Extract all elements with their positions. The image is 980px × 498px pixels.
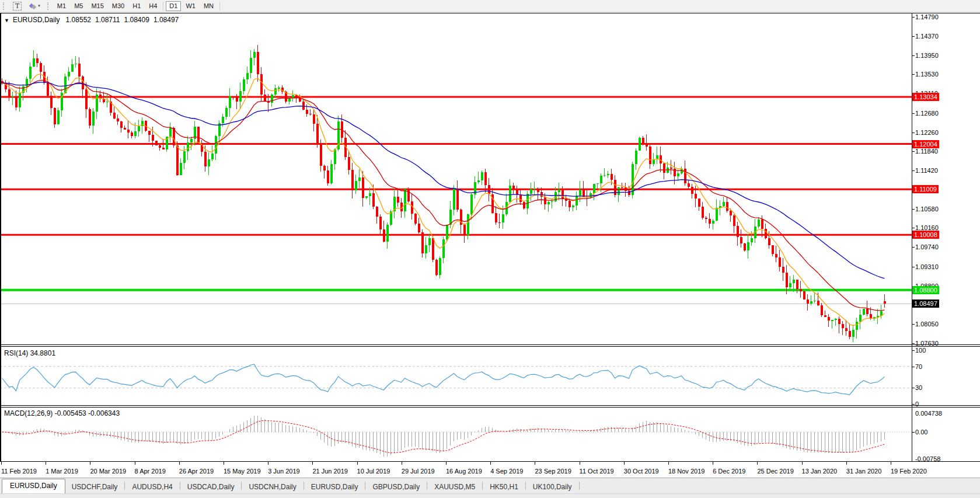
chart-tab-XAUUSD-M5[interactable]: XAUUSD,M5 [428, 481, 482, 493]
tab-separator [482, 482, 483, 490]
text-tool-icon: T [13, 2, 22, 11]
price-axis-label: 1.14370 [915, 32, 939, 40]
tab-separator [241, 482, 242, 490]
price-axis-label: 1.14790 [915, 13, 939, 21]
mt4-window: T ▾ M1M5M15M30H1H4D1W1MN ▼EURUSD,Daily1.… [0, 0, 980, 498]
level-price-badge: 1.08800 [912, 286, 939, 294]
price-axis-label: 1.13950 [915, 51, 939, 60]
chart-collapse-icon[interactable]: ▼ [4, 18, 9, 23]
tab-separator [365, 482, 365, 490]
toolbar-separator [163, 2, 163, 11]
date-label: 25 Dec 2019 [757, 468, 793, 475]
date-label: 4 Sep 2019 [490, 468, 523, 475]
toolbar-group-handle[interactable] [47, 2, 51, 10]
rsi-axis-label: 70 [915, 363, 922, 371]
rsi-axis-label: 100 [915, 346, 926, 354]
chart-tab-AUDUSD-H4[interactable]: AUDUSD,H4 [125, 481, 179, 493]
rsi-indicator-label: RSI(14) 34.8801 [4, 349, 55, 357]
toolbar-separator [219, 2, 220, 11]
macd-indicator-label: MACD(12,26,9) -0.005453 -0.006343 [4, 409, 120, 417]
price-axis-label: 1.12680 [915, 109, 939, 117]
date-label: 11 Feb 2019 [1, 468, 37, 475]
price-axis-label: 1.11420 [915, 166, 938, 175]
bottom-strip [0, 493, 980, 498]
timeframe-button-D1[interactable]: D1 [166, 1, 181, 11]
ohlc-open: 1.08552 [66, 16, 91, 24]
date-label: 20 Mar 2019 [90, 468, 126, 475]
tab-separator [525, 482, 526, 490]
price-axis-label: 1.09310 [915, 263, 939, 271]
price-axis-label: 1.12260 [915, 128, 939, 137]
price-chart-canvas[interactable] [0, 13, 980, 478]
price-axis-label: 1.11840 [915, 147, 938, 155]
chart-symbol-label: EURUSD,Daily [13, 16, 60, 24]
timeframe-button-M5[interactable]: M5 [71, 1, 86, 11]
chart-tab-UK100-Daily[interactable]: UK100,Daily [526, 481, 578, 493]
date-label: 18 Nov 2019 [668, 468, 705, 475]
price-axis-label: 1.08050 [915, 320, 939, 328]
timeframe-button-M15[interactable]: M15 [88, 1, 107, 11]
timeframe-button-MN[interactable]: MN [200, 1, 217, 11]
date-label: 26 Apr 2019 [179, 468, 214, 475]
rsi-axis-label: 30 [915, 384, 922, 392]
macd-axis-label: 0.004738 [915, 409, 942, 417]
dropdown-caret-icon: ▾ [38, 4, 40, 8]
price-axis-label: 1.10580 [915, 205, 939, 213]
macd-axis-label: -0.00758 [915, 455, 940, 463]
toolbar-drag-handle[interactable] [3, 2, 6, 10]
macd-axis-label: 0.00 [915, 428, 927, 436]
chart-tab-USDCNH-Daily[interactable]: USDCNH,Daily [242, 481, 302, 493]
date-label: 10 Jul 2019 [357, 468, 390, 475]
price-axis-label: 1.09740 [915, 243, 939, 251]
tab-separator [304, 482, 304, 490]
timeframe-button-H4[interactable]: H4 [145, 1, 161, 11]
timeframe-button-M30[interactable]: M30 [109, 1, 128, 11]
chart-tab-GBPUSD-Daily[interactable]: GBPUSD,Daily [366, 481, 426, 493]
date-label: 21 Jun 2019 [312, 468, 348, 475]
chart-header: ▼EURUSD,Daily1.085521.087111.084091.0849… [4, 16, 183, 24]
chart-window: ▼EURUSD,Daily1.085521.087111.084091.0849… [0, 13, 980, 478]
timeframe-button-M1[interactable]: M1 [54, 1, 69, 11]
tab-separator [427, 482, 427, 490]
tab-separator [180, 482, 180, 490]
tab-separator [579, 482, 580, 490]
ohlc-close: 1.08497 [154, 16, 179, 24]
level-price-badge: 1.13034 [912, 93, 939, 101]
price-axis-label: 1.13530 [915, 70, 939, 78]
chart-tab-USDCHF-Daily[interactable]: USDCHF,Daily [65, 481, 124, 493]
level-price-badge: 1.10008 [912, 231, 939, 239]
date-label: 16 Aug 2019 [446, 468, 482, 475]
date-label: 8 Apr 2019 [135, 468, 166, 475]
date-label: 11 Oct 2019 [580, 468, 614, 475]
date-label: 1 Mar 2019 [46, 468, 78, 475]
arrange-symbols-button[interactable]: ▾ [26, 1, 44, 11]
date-label: 3 Jun 2019 [268, 468, 299, 475]
date-label: 23 Sep 2019 [535, 468, 571, 475]
level-price-badge: 1.12004 [912, 140, 939, 148]
date-label: 15 May 2019 [224, 468, 261, 475]
chart-tab-bar: EURUSD,DailyUSDCHF,DailyAUDUSD,H4USDCAD,… [0, 478, 980, 493]
chart-tab-EURUSD-Daily[interactable]: EURUSD,Daily [2, 479, 65, 493]
chart-tab-EURUSD-Daily[interactable]: EURUSD,Daily [305, 481, 365, 493]
date-label: 6 Dec 2019 [713, 468, 745, 475]
level-price-badge: 1.11009 [912, 185, 939, 193]
current-price-badge: 1.08497 [912, 300, 939, 308]
chart-tab-HK50-H1[interactable]: HK50,H1 [483, 481, 525, 493]
ohlc-low: 1.08409 [124, 16, 149, 24]
top-toolbar: T ▾ M1M5M15M30H1H4D1W1MN [0, 0, 980, 12]
timeframe-button-group: M1M5M15M30H1H4D1W1MN [53, 1, 222, 11]
date-label: 13 Jan 2020 [802, 468, 838, 475]
rsi-axis-label: 0 [915, 400, 919, 408]
date-label: 30 Oct 2019 [624, 468, 659, 475]
timeframe-button-H1[interactable]: H1 [129, 1, 144, 11]
chart-tab-USDCAD-Daily[interactable]: USDCAD,Daily [181, 481, 241, 493]
tab-separator [124, 482, 125, 490]
arrange-icon-secondary [32, 5, 36, 9]
date-label: 31 Jan 2020 [846, 468, 882, 475]
date-label: 29 Jul 2019 [402, 468, 435, 475]
date-label: 19 Feb 2020 [891, 468, 927, 475]
text-tool-button[interactable]: T [9, 1, 25, 11]
timeframe-button-W1[interactable]: W1 [182, 1, 199, 11]
ohlc-high: 1.08711 [95, 16, 120, 24]
